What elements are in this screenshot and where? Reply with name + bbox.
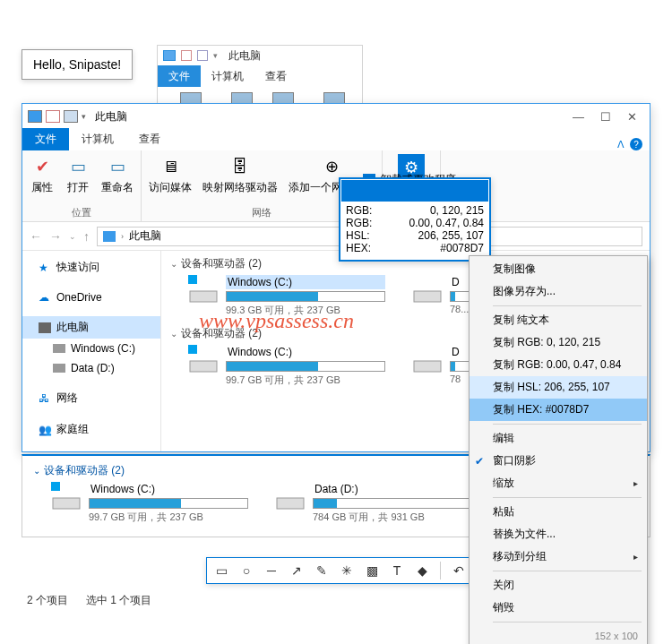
- forward-button[interactable]: →: [49, 229, 62, 244]
- ctx-edit[interactable]: 编辑: [470, 427, 647, 450]
- history-dropdown[interactable]: ⌄: [69, 232, 76, 241]
- tool-arrow[interactable]: ↗: [288, 562, 306, 580]
- ctx-copy-image[interactable]: 复制图像: [470, 258, 647, 280]
- sidebar-this-pc[interactable]: 此电脑: [22, 316, 160, 339]
- window-title: 此电脑: [95, 109, 127, 125]
- ribbon-open[interactable]: ▭打开: [65, 154, 90, 204]
- tool-line[interactable]: ─: [263, 562, 280, 580]
- ribbon-tabs: 文件 计算机 查看 ᐱ ?: [22, 129, 650, 150]
- back-button[interactable]: ←: [30, 229, 42, 244]
- monitor-icon: [28, 110, 42, 123]
- ribbon-map-drive[interactable]: 🗄映射网络驱动器: [202, 154, 278, 204]
- properties-icon[interactable]: [46, 110, 60, 123]
- sidebar-homegroup[interactable]: 👥家庭组: [22, 418, 160, 441]
- ctx-replace[interactable]: 替换为文件...: [470, 523, 647, 545]
- tool-ellipse[interactable]: ○: [237, 562, 255, 580]
- mini-tab-computer[interactable]: 计算机: [201, 65, 254, 87]
- ctx-copy-rgb-float[interactable]: 复制 RGB: 0.00, 0.47, 0.84: [470, 354, 647, 376]
- tool-text[interactable]: T: [388, 562, 406, 580]
- sidebar-quick-access[interactable]: ★快速访问: [22, 256, 160, 279]
- tool-rect[interactable]: ▭: [212, 562, 230, 580]
- ctx-copy-rgb-int[interactable]: 复制 RGB: 0, 120, 215: [470, 331, 647, 354]
- drive-icon: [275, 482, 306, 512]
- dropdown-icon[interactable]: ▾: [82, 112, 86, 121]
- tool-marker[interactable]: ✳: [338, 562, 356, 580]
- tab-view[interactable]: 查看: [126, 128, 173, 150]
- monitor-icon: [163, 50, 176, 61]
- dropdown-icon: ▾: [213, 51, 218, 60]
- sidebar-drive-c[interactable]: Windows (C:): [22, 339, 160, 358]
- drive-c-2[interactable]: Windows (C:) 99.7 GB 可用，共 237 GB: [188, 345, 385, 387]
- ribbon-properties[interactable]: ✔属性: [30, 154, 55, 204]
- ribbon-media[interactable]: 🖥访问媒体: [149, 154, 192, 204]
- mini-title: 此电脑: [228, 48, 261, 64]
- tab-computer[interactable]: 计算机: [69, 128, 126, 150]
- drive-icon: [412, 345, 443, 375]
- color-info-popup: RGB:0, 120, 215 RGB:0.00, 0.47, 0.84 HSL…: [339, 177, 491, 262]
- pc-icon: [103, 231, 116, 242]
- address-text: 此电脑: [129, 228, 161, 244]
- ctx-paste[interactable]: 粘贴: [470, 501, 647, 523]
- sidebar-onedrive[interactable]: ☁OneDrive: [22, 288, 160, 307]
- svg-rect-1: [188, 275, 197, 284]
- drive-icon: [188, 345, 219, 375]
- address-bar: ← → ⌄ ↑ › 此电脑: [22, 222, 650, 251]
- sidebar-drive-d[interactable]: Data (D:): [22, 358, 160, 378]
- drive-c-1[interactable]: Windows (C:) 99.3 GB 可用，共 237 GB: [188, 275, 385, 317]
- ribbon: ✔属性 ▭打开 ▭重命名 位置 🖥访问媒体 🗄映射网络驱动器 ⊕添加一个网络位置…: [22, 150, 650, 222]
- ctx-move-group[interactable]: 移动到分组▸: [470, 545, 647, 568]
- drive-icon: [51, 482, 82, 512]
- svg-rect-0: [190, 291, 217, 302]
- svg-rect-3: [190, 361, 217, 372]
- svg-rect-5: [414, 361, 441, 372]
- ctx-zoom[interactable]: 缩放▸: [470, 472, 647, 494]
- drive-icon: [188, 275, 219, 305]
- status-bar: 2 个项目 选中 1 个项目: [27, 593, 151, 608]
- tool-mosaic[interactable]: ▩: [363, 562, 381, 580]
- status-selected: 选中 1 个项目: [86, 593, 151, 608]
- tool-undo[interactable]: ↶: [450, 562, 468, 580]
- sidebar-network[interactable]: 🖧网络: [22, 387, 160, 409]
- mini-tab-file[interactable]: 文件: [158, 65, 201, 87]
- ctx-shadow[interactable]: ✔窗口阴影: [470, 450, 647, 472]
- mini-tab-view[interactable]: 查看: [254, 65, 297, 87]
- doc-icon[interactable]: [64, 110, 78, 123]
- ctx-destroy[interactable]: 销毁: [470, 597, 647, 619]
- svg-rect-7: [51, 482, 60, 491]
- clip-drive-d[interactable]: Data (D:) 784 GB 可用，共 931 GB: [275, 482, 472, 524]
- clip-drive-c[interactable]: Windows (C:) 99.7 GB 可用，共 237 GB: [51, 482, 248, 524]
- svg-rect-8: [277, 498, 304, 509]
- color-swatch: [341, 180, 488, 202]
- mini-tabs: 文件 计算机 查看: [158, 65, 362, 87]
- ctx-copy-hex[interactable]: 复制 HEX: #0078D7: [470, 399, 647, 421]
- ctx-close[interactable]: 关闭: [470, 574, 647, 597]
- ribbon-rename[interactable]: ▭重命名: [101, 154, 134, 204]
- check-icon: [181, 50, 192, 61]
- svg-rect-6: [53, 498, 80, 509]
- ctx-copy-text[interactable]: 复制 纯文本: [470, 309, 647, 331]
- svg-rect-4: [188, 345, 197, 354]
- sidebar: ★快速访问 ☁OneDrive 此电脑 Windows (C:) Data (D…: [22, 251, 161, 451]
- collapse-ribbon-icon[interactable]: ᐱ: [617, 139, 625, 150]
- svg-rect-2: [414, 291, 441, 302]
- ribbon-group-location: ✔属性 ▭打开 ▭重命名 位置: [22, 150, 142, 221]
- tooltip: Hello, Snipaste!: [22, 49, 133, 80]
- doc-icon: [197, 50, 208, 61]
- ctx-dimensions: 152 x 100: [470, 625, 647, 644]
- help-icon[interactable]: ?: [630, 138, 642, 150]
- up-button[interactable]: ↑: [83, 229, 90, 244]
- context-menu: 复制图像 图像另存为... 复制 纯文本 复制 RGB: 0, 120, 215…: [469, 255, 648, 644]
- tab-file[interactable]: 文件: [22, 128, 69, 150]
- status-count: 2 个项目: [27, 593, 68, 608]
- titlebar: ▾ 此电脑 — ☐ ✕: [22, 104, 650, 129]
- drive-icon: [412, 275, 443, 305]
- tool-pencil[interactable]: ✎: [313, 562, 331, 580]
- maximize-button[interactable]: ☐: [600, 110, 611, 124]
- ctx-save-image[interactable]: 图像另存为...: [470, 280, 647, 303]
- minimize-button[interactable]: —: [573, 110, 584, 124]
- close-button[interactable]: ✕: [627, 110, 637, 124]
- ctx-copy-hsl[interactable]: 复制 HSL: 206, 255, 107: [470, 376, 647, 399]
- tool-eraser[interactable]: ◆: [413, 562, 431, 580]
